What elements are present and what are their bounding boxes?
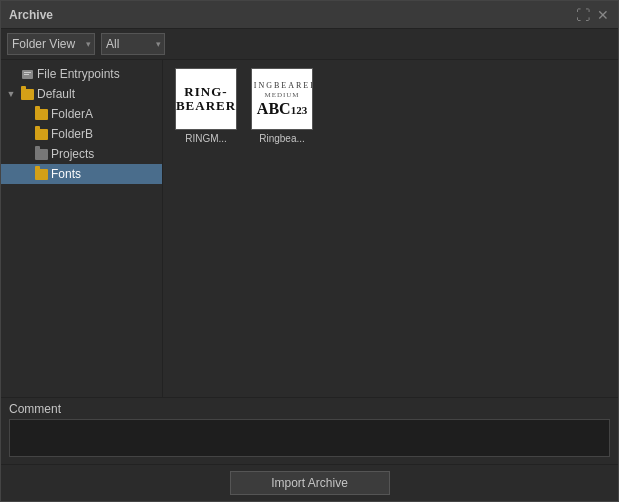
foldera-icon: [34, 107, 48, 121]
toggle-placeholder: [5, 68, 17, 80]
file-thumb-ringbearer[interactable]: RINGBEARER MEDIUM ABC123 Ringbea...: [247, 68, 317, 144]
tree-item-projects[interactable]: Projects: [1, 144, 162, 164]
font-thumb-2-abc: ABC123: [257, 100, 307, 118]
svg-rect-2: [24, 74, 29, 75]
tree-item-default[interactable]: ▼ Default: [1, 84, 162, 104]
default-label: Default: [37, 87, 75, 101]
thumb-label-ringm: RINGM...: [172, 133, 240, 144]
tree-item-foldera[interactable]: FolderA: [1, 104, 162, 124]
folderb-toggle-placeholder: [19, 128, 31, 140]
main-content: File Entrypoints ▼ Default FolderA: [1, 60, 618, 397]
bottom-section: Comment Import Archive: [1, 397, 618, 501]
thumb-box-ringm: Ring-bearer: [175, 68, 237, 130]
tree-panel: File Entrypoints ▼ Default FolderA: [1, 60, 163, 397]
fonts-label: Fonts: [51, 167, 81, 181]
close-button[interactable]: ✕: [596, 8, 610, 22]
comment-label: Comment: [9, 402, 610, 416]
folderb-icon: [34, 127, 48, 141]
filter-select[interactable]: All Images Fonts Other: [101, 33, 165, 55]
toolbar: Folder View Flat View ▾ All Images Fonts…: [1, 29, 618, 60]
folder-view-select-wrapper: Folder View Flat View ▾: [7, 33, 95, 55]
thumb-inner-ringbearer: RINGBEARER MEDIUM ABC123: [252, 69, 312, 129]
projects-icon: [34, 147, 48, 161]
fonts-toggle-placeholder: [19, 168, 31, 180]
file-entrypoints-label: File Entrypoints: [37, 67, 120, 81]
projects-toggle-placeholder: [19, 148, 31, 160]
font-thumb-1-text: Ring-bearer: [176, 85, 236, 114]
projects-label: Projects: [51, 147, 94, 161]
font-thumb-2-line1: RINGBEARER: [251, 81, 313, 90]
thumb-box-ringbearer: RINGBEARER MEDIUM ABC123: [251, 68, 313, 130]
file-entrypoints-icon: [20, 67, 34, 81]
svg-rect-1: [24, 72, 31, 73]
tree-item-folderb[interactable]: FolderB: [1, 124, 162, 144]
thumb-label-ringbearer: Ringbea...: [248, 133, 316, 144]
file-thumb-ringm[interactable]: Ring-bearer RINGM...: [171, 68, 241, 144]
title-bar: Archive ⛶ ✕: [1, 1, 618, 29]
thumb-inner-ringm: Ring-bearer: [176, 69, 236, 129]
foldera-toggle-placeholder: [19, 108, 31, 120]
filter-select-wrapper: All Images Fonts Other ▾: [101, 33, 165, 55]
file-panel: Ring-bearer RINGM... RINGBEARER MEDIUM A…: [163, 60, 618, 397]
tree-item-fonts[interactable]: Fonts: [1, 164, 162, 184]
window-title: Archive: [9, 8, 53, 22]
archive-window: Archive ⛶ ✕ Folder View Flat View ▾ All …: [0, 0, 619, 502]
folder-view-select[interactable]: Folder View Flat View: [7, 33, 95, 55]
comment-input[interactable]: [9, 419, 610, 457]
import-bar: Import Archive: [1, 464, 618, 501]
default-toggle-icon: ▼: [5, 88, 17, 100]
comment-section: Comment: [1, 398, 618, 464]
import-archive-button[interactable]: Import Archive: [230, 471, 390, 495]
default-folder-icon: [20, 87, 34, 101]
maximize-button[interactable]: ⛶: [576, 8, 590, 22]
foldera-label: FolderA: [51, 107, 93, 121]
font-thumb-2-line2: MEDIUM: [264, 91, 299, 99]
fonts-icon: [34, 167, 48, 181]
title-bar-buttons: ⛶ ✕: [576, 8, 610, 22]
folderb-label: FolderB: [51, 127, 93, 141]
tree-item-file-entrypoints[interactable]: File Entrypoints: [1, 64, 162, 84]
